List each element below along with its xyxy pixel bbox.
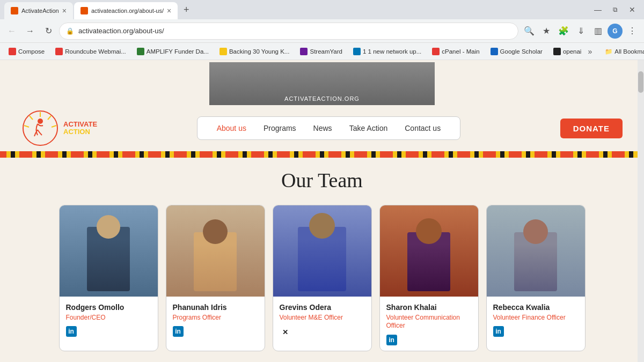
team-info-4: Rebecca Kwalia Volunteer Finance Officer… [487, 297, 585, 343]
svg-line-4 [30, 116, 33, 120]
bookmark-label-streamyard: StreamYard [310, 48, 342, 55]
bookmark-label-roundcube: Roundcube Webmai... [65, 48, 126, 55]
url-text: activateaction.org/about-us/ [78, 27, 511, 35]
profile-avatar[interactable]: G [608, 24, 623, 39]
tab-close-2[interactable]: × [167, 6, 171, 15]
web-content: ACTIVATEACTION.ORG [0, 60, 644, 362]
tab-2-active[interactable]: activateaction.org/about-us/ × [74, 2, 178, 19]
scrollbar-thumb[interactable] [638, 71, 643, 93]
hero-image: ACTIVATEACTION.ORG [209, 62, 435, 105]
bookmark-label-linkedin: 1 1 new network up... [363, 48, 421, 55]
logo-text: ACTIVATE ACTION [63, 121, 97, 136]
bookmark-favicon-scholar [491, 48, 498, 55]
scrollbar[interactable] [638, 60, 644, 362]
address-bar[interactable]: 🔒 activateaction.org/about-us/ [59, 23, 518, 40]
forward-button[interactable]: → [23, 24, 38, 39]
download-button[interactable]: ⇓ [573, 24, 588, 39]
x-icon-2[interactable]: ✕ [280, 326, 291, 338]
main-content: Our Team Rodgers Omollo Founder/CEO [0, 158, 644, 362]
team-info-2: Grevins Odera Volunteer M&E Officer ✕ [273, 297, 371, 344]
team-card-1: Phanunah Idris Programs Officer in [166, 205, 265, 351]
team-photo-3 [380, 205, 478, 297]
linkedin-icon-0[interactable]: in [66, 326, 77, 337]
nav-news[interactable]: News [305, 124, 341, 132]
team-info-1: Phanunah Idris Programs Officer in [166, 297, 265, 343]
bookmark-openai[interactable]: openai [549, 45, 586, 58]
bookmark-linkedin[interactable]: 1 1 new network up... [349, 45, 426, 58]
team-role-3: Volunteer Communication Officer [386, 314, 472, 330]
team-social-1: in [173, 326, 258, 337]
bookmark-streamyard[interactable]: StreamYard [296, 45, 347, 58]
team-info-0: Rodgers Omollo Founder/CEO in [60, 297, 158, 343]
more-bookmarks[interactable]: » [588, 44, 592, 59]
tab-close-1[interactable]: × [62, 6, 67, 15]
new-tab-button[interactable]: + [179, 2, 194, 17]
nav-contact[interactable]: Contact us [396, 124, 449, 132]
bookmark-label-compose: Compose [18, 48, 45, 55]
extensions-button[interactable]: 🧩 [556, 24, 571, 39]
team-role-2: Volunteer M&E Officer [280, 314, 365, 322]
bookmark-compose[interactable]: Compose [4, 45, 49, 58]
bookmark-favicon-streamyard [300, 48, 308, 55]
toolbar: ← → ↻ 🔒 activateaction.org/about-us/ 🔍 ★… [0, 19, 644, 43]
team-social-2: ✕ [280, 326, 365, 338]
site-header: ACTIVATE ACTION About us Programs News T… [0, 105, 644, 151]
svg-point-6 [38, 119, 43, 124]
browser-frame: ActivateAction × activateaction.org/abou… [0, 0, 644, 362]
linkedin-icon-4[interactable]: in [493, 326, 504, 337]
bookmark-roundcube[interactable]: Roundcube Webmai... [51, 45, 130, 58]
restore-button[interactable]: ⧉ [608, 2, 623, 17]
bookmark-favicon-amplify [137, 48, 144, 55]
tab-title-2: activateaction.org/about-us/ [91, 8, 164, 14]
sidebar-button[interactable]: ▥ [590, 24, 605, 39]
tab-bar: ActivateAction × activateaction.org/abou… [0, 0, 644, 19]
nav-about[interactable]: About us [208, 124, 255, 132]
nav-programs[interactable]: Programs [255, 124, 305, 132]
team-name-3: Sharon Khalai [386, 303, 472, 312]
bookmark-favicon-linkedin [353, 48, 361, 55]
bookmark-backing[interactable]: Backing 30 Young K... [215, 45, 294, 58]
team-name-1: Phanunah Idris [173, 303, 258, 312]
close-button[interactable]: ✕ [625, 2, 640, 17]
reload-button[interactable]: ↻ [41, 24, 56, 39]
minimize-button[interactable]: — [590, 2, 605, 17]
star-button[interactable]: ★ [539, 24, 554, 39]
team-info-3: Sharon Khalai Volunteer Communication Of… [380, 297, 478, 351]
bookmark-label-backing: Backing 30 Young K... [229, 48, 290, 55]
bookmark-label-amplify: AMPLIFY Funder Da... [147, 48, 209, 55]
bookmarks-folder-all[interactable]: 📁 All Bookmarks [601, 45, 644, 58]
team-grid: Rodgers Omollo Founder/CEO in [32, 205, 612, 351]
bookmark-scholar[interactable]: Google Scholar [486, 45, 547, 58]
bookmark-favicon-backing [219, 48, 227, 55]
tab-favicon-1 [11, 7, 18, 14]
bookmark-favicon-cpanel [432, 48, 440, 55]
team-title: Our Team [32, 168, 612, 192]
bookmarks-folder-label: All Bookmarks [614, 48, 644, 55]
svg-line-5 [24, 125, 29, 127]
bookmark-label-cpanel: cPanel - Main [442, 48, 479, 55]
pattern-bar [0, 151, 644, 158]
lock-icon: 🔒 [66, 27, 74, 35]
donate-button[interactable]: DONATE [560, 119, 623, 138]
tab-1[interactable]: ActivateAction × [4, 2, 73, 19]
nav-take-action[interactable]: Take Action [341, 124, 397, 132]
bookmark-label-scholar: Google Scholar [500, 48, 543, 55]
linkedin-icon-1[interactable]: in [173, 326, 184, 337]
bookmark-cpanel[interactable]: cPanel - Main [428, 45, 484, 58]
svg-line-3 [52, 125, 56, 127]
team-role-0: Founder/CEO [66, 314, 151, 322]
folder-icon: 📁 [605, 48, 612, 55]
team-role-1: Programs Officer [173, 314, 258, 322]
hero-section: ACTIVATEACTION.ORG [0, 60, 644, 105]
back-button[interactable]: ← [4, 24, 19, 39]
bookmark-favicon-openai [553, 48, 561, 55]
linkedin-icon-3[interactable]: in [386, 335, 397, 345]
svg-line-2 [48, 116, 51, 120]
menu-button[interactable]: ⋮ [625, 24, 640, 39]
bookmark-amplify[interactable]: AMPLIFY Funder Da... [133, 45, 213, 58]
logo-svg [21, 109, 59, 147]
search-button[interactable]: 🔍 [522, 24, 537, 39]
team-name-0: Rodgers Omollo [66, 303, 151, 312]
team-photo-1 [166, 205, 265, 297]
tab-title-1: ActivateAction [21, 8, 59, 14]
